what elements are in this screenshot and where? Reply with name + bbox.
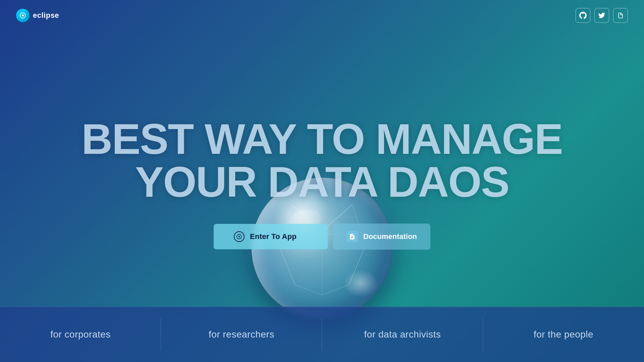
documentation-label: Documentation xyxy=(363,232,417,241)
bottom-bar-item-archivists[interactable]: for data archivists xyxy=(322,307,483,362)
doc-file-icon xyxy=(349,233,356,240)
document-icon xyxy=(617,12,624,19)
twitter-button[interactable] xyxy=(594,8,609,23)
hero-title-line1: BEST WAY TO MANAGE xyxy=(0,118,644,161)
arrow-right-icon xyxy=(236,234,242,239)
main-content: BEST WAY TO MANAGE YOUR DATA DAOS Enter … xyxy=(0,118,644,250)
buttons-row: Enter To App Documentation xyxy=(0,224,644,250)
enter-app-icon xyxy=(234,231,245,242)
header-icons xyxy=(576,8,628,23)
bottom-bar: for corporates for researchers for data … xyxy=(0,307,644,362)
logo-area: eclipse xyxy=(16,9,59,22)
logo-svg xyxy=(19,12,26,19)
bottom-bar-item-people[interactable]: for the people xyxy=(483,307,644,362)
hero-title: BEST WAY TO MANAGE YOUR DATA DAOS xyxy=(0,118,644,203)
hero-title-line2: YOUR DATA DAOS xyxy=(0,161,644,203)
enter-app-button[interactable]: Enter To App xyxy=(214,224,328,249)
header: eclipse xyxy=(0,0,644,31)
documentation-button[interactable]: Documentation xyxy=(333,224,430,250)
enter-app-label: Enter To App xyxy=(250,232,297,241)
document-button[interactable] xyxy=(613,8,628,23)
documentation-icon xyxy=(346,231,358,242)
github-button[interactable] xyxy=(576,8,590,23)
svg-point-1 xyxy=(22,14,24,16)
logo-icon xyxy=(16,9,30,22)
page-wrapper: eclipse xyxy=(0,0,644,362)
bottom-bar-item-corporates[interactable]: for corporates xyxy=(0,307,161,362)
bottom-bar-item-researchers[interactable]: for researchers xyxy=(161,307,322,362)
brand-name: eclipse xyxy=(33,11,59,20)
twitter-icon xyxy=(598,12,605,19)
github-icon xyxy=(579,12,587,19)
